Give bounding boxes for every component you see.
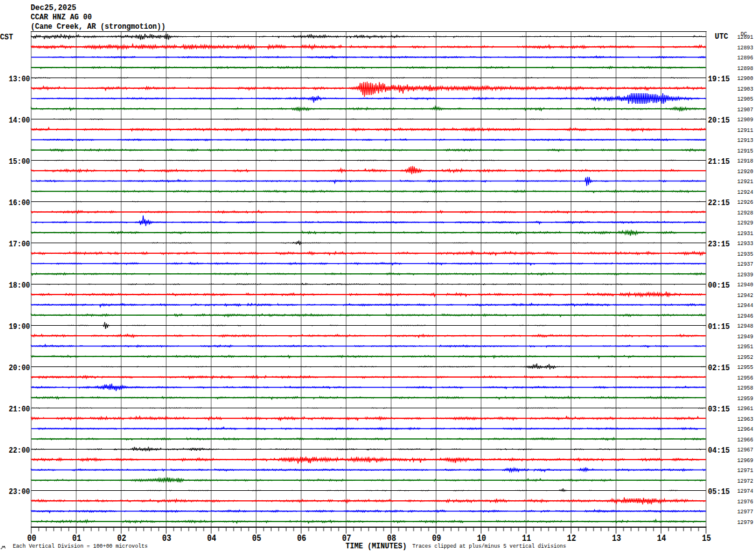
svg-text:12946: 12946 xyxy=(737,313,754,320)
svg-text:12958: 12958 xyxy=(737,385,754,391)
svg-text:12969: 12969 xyxy=(737,458,754,464)
svg-text:22:15: 22:15 xyxy=(708,198,730,208)
svg-text:12967: 12967 xyxy=(737,447,754,453)
svg-text:12931: 12931 xyxy=(737,231,754,237)
svg-text:16:00: 16:00 xyxy=(9,198,30,208)
svg-text:TIME (MINUTES): TIME (MINUTES) xyxy=(346,541,407,551)
svg-text:10: 10 xyxy=(477,533,486,543)
svg-text:12955: 12955 xyxy=(737,365,754,371)
svg-text:02: 02 xyxy=(117,533,126,543)
svg-text:15:00: 15:00 xyxy=(9,157,30,166)
svg-text:23:00: 23:00 xyxy=(9,487,30,496)
svg-text:20:15: 20:15 xyxy=(708,116,730,125)
svg-text:23:15: 23:15 xyxy=(708,239,730,249)
svg-text:13:00: 13:00 xyxy=(9,74,30,84)
svg-text:03:15: 03:15 xyxy=(708,405,730,414)
svg-text:12937: 12937 xyxy=(737,261,754,268)
svg-text:04: 04 xyxy=(207,533,216,543)
svg-text:12924: 12924 xyxy=(737,189,754,196)
svg-text:12959: 12959 xyxy=(737,396,754,402)
svg-text:12971: 12971 xyxy=(737,468,754,474)
svg-text:(Cane Creek, AR (strongmotion): (Cane Creek, AR (strongmotion)) xyxy=(31,22,166,31)
svg-text:12933: 12933 xyxy=(737,241,754,247)
svg-text:12977: 12977 xyxy=(737,509,754,515)
svg-text:12948: 12948 xyxy=(737,323,754,330)
svg-text:19:00: 19:00 xyxy=(9,322,30,331)
svg-text:12896: 12896 xyxy=(737,55,754,61)
svg-text:12935: 12935 xyxy=(737,251,754,258)
svg-text:CST: CST xyxy=(0,33,13,42)
svg-text:13: 13 xyxy=(612,533,621,543)
svg-text:12939: 12939 xyxy=(737,272,754,278)
svg-text:15: 15 xyxy=(702,533,711,543)
svg-text:12903: 12903 xyxy=(737,86,754,93)
svg-text:CCAR HNZ AG 00: CCAR HNZ AG 00 xyxy=(31,13,92,22)
svg-text:12974: 12974 xyxy=(737,488,754,495)
svg-text:12928: 12928 xyxy=(737,210,754,216)
svg-text:09: 09 xyxy=(432,533,441,543)
svg-text:Traces clipped at plus/minus 5: Traces clipped at plus/minus 5 vertical … xyxy=(412,543,566,550)
svg-text:12921: 12921 xyxy=(737,179,754,185)
svg-text:17:00: 17:00 xyxy=(9,239,30,249)
svg-text:12893: 12893 xyxy=(737,45,754,51)
svg-text:01: 01 xyxy=(72,533,81,543)
svg-text:18:00: 18:00 xyxy=(9,281,30,290)
svg-text:12956: 12956 xyxy=(737,375,754,381)
svg-text:12920: 12920 xyxy=(737,169,754,175)
svg-text:12918: 12918 xyxy=(737,158,754,164)
svg-text:12911: 12911 xyxy=(737,128,754,134)
svg-text:12940: 12940 xyxy=(737,282,754,288)
svg-text:12966: 12966 xyxy=(737,437,754,443)
svg-text:03: 03 xyxy=(162,533,171,543)
svg-text:12944: 12944 xyxy=(737,303,754,309)
svg-text:22:00: 22:00 xyxy=(9,446,30,455)
svg-text:Dec25,2025: Dec25,2025 xyxy=(31,3,76,13)
svg-text:12900: 12900 xyxy=(737,76,754,82)
svg-text:12898: 12898 xyxy=(737,66,754,72)
svg-text:21:00: 21:00 xyxy=(9,405,30,414)
svg-text:21:15: 21:15 xyxy=(708,157,730,166)
svg-text:12891: 12891 xyxy=(737,34,754,41)
svg-text:14:00: 14:00 xyxy=(9,116,30,125)
svg-text:05: 05 xyxy=(252,533,261,543)
svg-text:12949: 12949 xyxy=(737,334,754,340)
svg-text:12972: 12972 xyxy=(737,478,754,485)
svg-text:12976: 12976 xyxy=(737,499,754,505)
svg-text:12915: 12915 xyxy=(737,148,754,154)
svg-text:12964: 12964 xyxy=(737,426,754,433)
svg-text:12951: 12951 xyxy=(737,344,754,350)
svg-text:12905: 12905 xyxy=(737,96,754,103)
svg-text:06: 06 xyxy=(297,533,306,543)
svg-text:01:15: 01:15 xyxy=(708,322,730,331)
svg-text:12926: 12926 xyxy=(737,199,754,206)
svg-text:12942: 12942 xyxy=(737,293,754,299)
svg-text:00:15: 00:15 xyxy=(708,281,730,290)
svg-text:05:15: 05:15 xyxy=(708,487,730,496)
svg-text:12907: 12907 xyxy=(737,107,754,113)
svg-text:12952: 12952 xyxy=(737,355,754,361)
svg-text:12979: 12979 xyxy=(737,520,754,526)
svg-text:UTC: UTC xyxy=(715,32,729,41)
svg-text:12929: 12929 xyxy=(737,220,754,226)
svg-text:19:15: 19:15 xyxy=(708,74,730,84)
svg-text:12: 12 xyxy=(567,533,576,543)
svg-text:12913: 12913 xyxy=(737,138,754,144)
svg-text:04:15: 04:15 xyxy=(708,446,730,455)
svg-text:14: 14 xyxy=(657,533,666,543)
svg-text:02:15: 02:15 xyxy=(708,363,730,373)
svg-text:12963: 12963 xyxy=(737,416,754,423)
svg-text:20:00: 20:00 xyxy=(9,363,30,373)
svg-text:11: 11 xyxy=(522,533,531,543)
svg-text:12961: 12961 xyxy=(737,406,754,412)
svg-text:00: 00 xyxy=(27,533,36,543)
svg-text:Each Vertical Division = 100+: Each Vertical Division = 100+00 microvol… xyxy=(13,543,148,550)
svg-text:12909: 12909 xyxy=(737,117,754,123)
